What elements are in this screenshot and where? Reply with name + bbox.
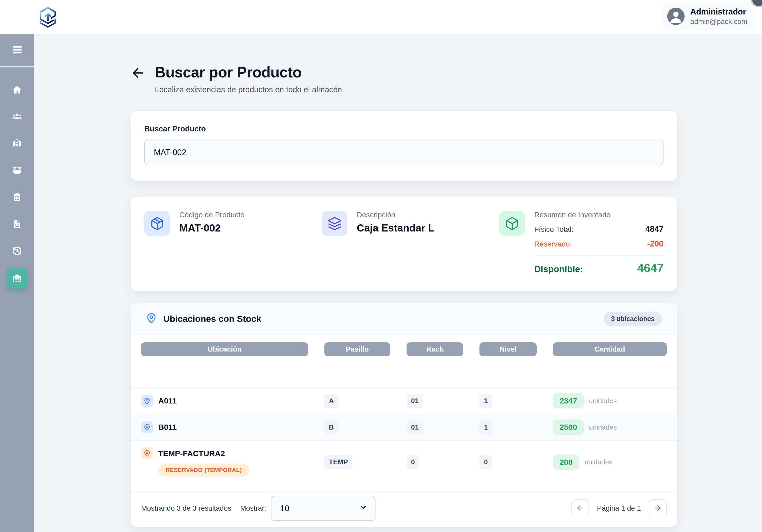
product-code-block: Código de Producto MAT-002 <box>144 211 322 275</box>
column-header-ubicacion: Ubicación <box>141 342 308 356</box>
sidebar-item-warehouse[interactable] <box>7 267 28 288</box>
inventory-summary-block: Resumen de Inventario Físico Total: 4847… <box>499 211 663 275</box>
table-row[interactable]: B011 B 01 1 2500 unidades <box>131 414 677 440</box>
product-code-label: Código de Producto <box>179 211 245 219</box>
rack-value: 01 <box>407 394 423 408</box>
disponible-label: Disponible: <box>534 264 583 274</box>
inventory-summary-title: Resumen de Inventario <box>534 211 663 219</box>
arrow-left-icon <box>576 504 584 513</box>
locations-count-badge: 3 ubicaciones <box>604 312 662 326</box>
user-name: Administrador <box>690 7 747 17</box>
page-subtitle: Localiza existencias de productos en tod… <box>155 85 342 94</box>
locations-card: Ubicaciones con Stock 3 ubicaciones Ubic… <box>131 303 677 527</box>
sidebar-item-history[interactable] <box>7 241 28 261</box>
table-row[interactable]: A011 A 01 1 2347 unidades <box>131 387 677 414</box>
s-hexagon-logo <box>37 6 59 29</box>
product-description-block: Descripción Caja Estandar L <box>322 211 499 275</box>
user-avatar-icon <box>667 8 685 25</box>
page-size-value: 10 <box>280 503 289 513</box>
pagination: Página 1 de 1 <box>571 499 667 517</box>
nivel-value: 0 <box>480 455 492 469</box>
location-code: TEMP-FACTURA2 <box>158 449 225 458</box>
results-count: Mostrando 3 de 3 resultados <box>141 504 231 512</box>
column-header-nivel: Nivel <box>480 342 537 356</box>
user-email: admin@pack.com <box>690 18 747 26</box>
previous-page-button[interactable] <box>571 499 589 517</box>
table-row[interactable]: TEMP-FACTURA2 RESERVADO (TEMPORAL) TEMP … <box>131 440 677 483</box>
document-icon <box>13 219 22 229</box>
table-header-row: Ubicación Pasillo Rack Nivel Cantidad <box>131 342 677 356</box>
fisico-total-label: Físico Total: <box>534 225 573 234</box>
product-code-value: MAT-002 <box>179 222 245 234</box>
product-description-label: Descripción <box>357 211 434 219</box>
box-open-icon <box>12 165 23 176</box>
rack-value: 0 <box>407 455 419 469</box>
location-code: A011 <box>158 396 177 405</box>
search-label: Buscar Producto <box>144 124 663 133</box>
reservado-row: Reservado: -200 <box>534 239 663 249</box>
home-icon <box>12 85 22 95</box>
box-icon <box>499 211 525 236</box>
locations-title: Ubicaciones con Stock <box>163 314 261 324</box>
package-icon <box>144 211 170 236</box>
fisico-total-value: 4847 <box>646 224 663 234</box>
fisico-total-row: Físico Total: 4847 <box>534 224 663 234</box>
map-pin-icon <box>141 447 153 459</box>
users-icon <box>12 112 22 122</box>
location-code: B011 <box>158 423 177 432</box>
user-menu[interactable]: Administrador admin@pack.com <box>662 3 755 30</box>
cantidad-value: 200 <box>553 455 579 470</box>
back-button[interactable] <box>131 66 145 81</box>
page-info: Página 1 de 1 <box>597 504 641 512</box>
cantidad-unit: unidades <box>589 423 617 431</box>
top-bar: Administrador admin@pack.com <box>0 0 762 34</box>
search-card: Buscar Producto <box>131 111 677 181</box>
cantidad-value: 2347 <box>553 393 584 409</box>
sidebar-item-documents[interactable] <box>7 214 28 234</box>
page-header: Buscar por Producto Localiza existencias… <box>131 63 677 94</box>
page-size-select[interactable]: 10 <box>271 495 375 521</box>
product-summary-card: Código de Producto MAT-002 Descripción C… <box>131 197 677 291</box>
pasillo-value: B <box>324 420 338 434</box>
menu-toggle-button[interactable] <box>0 34 34 67</box>
layers-icon <box>322 211 347 236</box>
sidebar-item-home[interactable] <box>7 80 28 100</box>
cantidad-value: 2500 <box>553 419 584 435</box>
product-description-value: Caja Estandar L <box>357 222 434 234</box>
sidebar <box>0 34 34 532</box>
main-content: Buscar por Producto Localiza existencias… <box>34 34 762 532</box>
sidebar-item-products[interactable] <box>7 160 28 181</box>
chevron-down-icon <box>359 503 368 513</box>
sidebar-item-locations-map[interactable] <box>7 133 28 154</box>
sidebar-nav <box>7 80 28 288</box>
reservado-value: -200 <box>647 239 663 249</box>
sidebar-item-tasks[interactable] <box>7 187 28 207</box>
locations-header: Ubicaciones con Stock 3 ubicaciones <box>131 303 677 335</box>
sidebar-item-users[interactable] <box>7 107 28 127</box>
disponible-value: 4647 <box>637 261 663 275</box>
app-logo <box>37 6 59 30</box>
map-pin-icon <box>146 313 157 325</box>
table-footer: Mostrando 3 de 3 resultados Mostrar: 10 <box>131 491 677 527</box>
nivel-value: 1 <box>480 394 492 408</box>
map-pin-icon <box>141 395 153 407</box>
arrow-right-icon <box>653 504 662 513</box>
menu-icon <box>11 44 23 56</box>
page-title: Buscar por Producto <box>155 63 342 81</box>
history-icon <box>12 246 22 256</box>
nivel-value: 1 <box>480 420 492 434</box>
column-header-rack: Rack <box>407 342 463 356</box>
pasillo-value: TEMP <box>324 455 352 469</box>
reservado-label: Reservado: <box>534 240 572 248</box>
cantidad-unit: unidades <box>584 458 612 466</box>
warehouse-icon <box>12 272 23 283</box>
arrow-left-icon <box>131 77 145 81</box>
map-icon <box>12 138 22 149</box>
clipboard-list-icon <box>12 192 22 202</box>
summary-divider <box>534 255 663 256</box>
rack-value: 01 <box>407 420 423 434</box>
locations-table-body: A011 A 01 1 2347 unidades <box>131 387 677 483</box>
product-search-input[interactable] <box>144 140 663 165</box>
map-pin-icon <box>141 421 153 433</box>
next-page-button[interactable] <box>649 499 667 517</box>
